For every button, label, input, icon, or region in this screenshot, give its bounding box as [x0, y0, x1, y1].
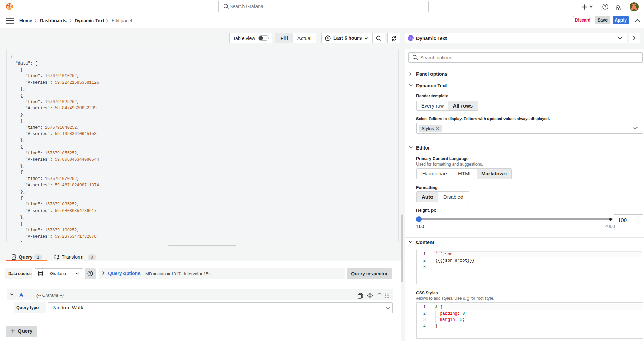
svg-text:T: T — [410, 36, 412, 40]
svg-text:?: ? — [89, 272, 91, 275]
svg-text:?: ? — [604, 5, 606, 9]
